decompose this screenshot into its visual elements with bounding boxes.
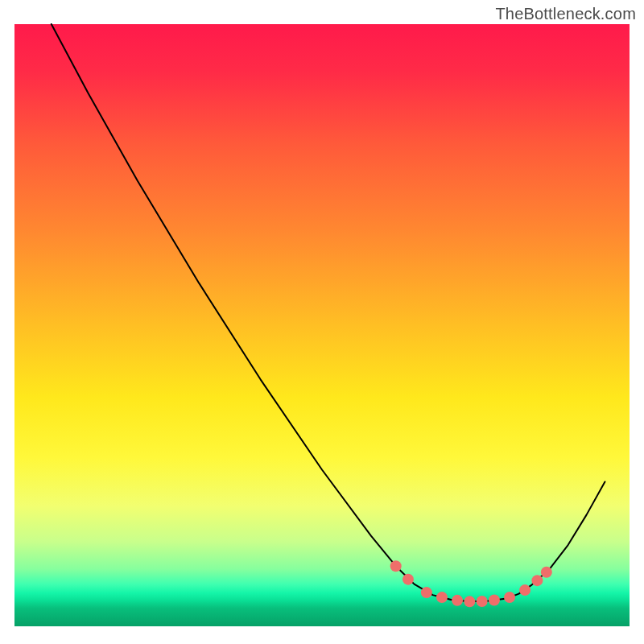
data-marker xyxy=(541,567,552,578)
data-marker xyxy=(489,594,500,605)
data-marker xyxy=(464,596,475,607)
data-marker xyxy=(519,584,530,596)
data-marker xyxy=(531,575,543,586)
data-marker xyxy=(390,560,402,572)
attribution-label: TheBottleneck.com xyxy=(495,5,636,23)
gradient-background xyxy=(14,24,630,626)
data-marker xyxy=(504,592,515,603)
data-marker xyxy=(402,574,414,585)
data-marker xyxy=(477,596,488,607)
data-marker xyxy=(421,587,432,598)
data-marker xyxy=(436,592,448,603)
chart-svg xyxy=(0,0,644,644)
data-marker xyxy=(452,595,463,606)
bottleneck-chart: TheBottleneck.com xyxy=(0,0,644,644)
